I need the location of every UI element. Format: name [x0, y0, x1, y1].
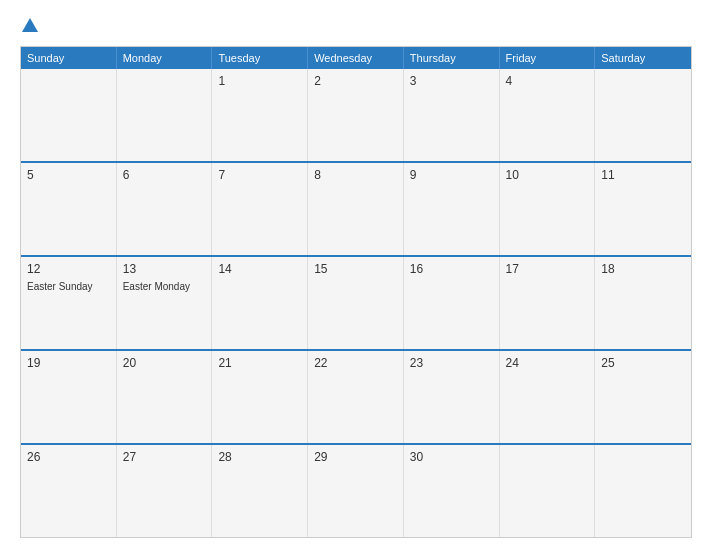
- day-number: 24: [506, 356, 589, 370]
- day-cell-w5-d1: 26: [21, 445, 117, 537]
- week-row-4: 19202122232425: [21, 349, 691, 443]
- day-cell-w4-d7: 25: [595, 351, 691, 443]
- week-row-3: 12Easter Sunday13Easter Monday1415161718: [21, 255, 691, 349]
- day-number: 9: [410, 168, 493, 182]
- day-number: 23: [410, 356, 493, 370]
- day-cell-w5-d5: 30: [404, 445, 500, 537]
- day-number: 29: [314, 450, 397, 464]
- calendar-page: Sunday Monday Tuesday Wednesday Thursday…: [0, 0, 712, 550]
- day-cell-w2-d3: 7: [212, 163, 308, 255]
- day-number: 26: [27, 450, 110, 464]
- day-cell-w5-d4: 29: [308, 445, 404, 537]
- day-event: Easter Sunday: [27, 280, 110, 293]
- day-cell-w4-d1: 19: [21, 351, 117, 443]
- day-cell-w3-d1: 12Easter Sunday: [21, 257, 117, 349]
- weeks-container: 123456789101112Easter Sunday13Easter Mon…: [21, 69, 691, 537]
- day-cell-w4-d2: 20: [117, 351, 213, 443]
- day-number: 10: [506, 168, 589, 182]
- day-cell-w4-d6: 24: [500, 351, 596, 443]
- header-tuesday: Tuesday: [212, 47, 308, 69]
- day-number: 6: [123, 168, 206, 182]
- day-number: 25: [601, 356, 685, 370]
- day-cell-w1-d4: 2: [308, 69, 404, 161]
- day-cell-w1-d5: 3: [404, 69, 500, 161]
- day-cell-w1-d3: 1: [212, 69, 308, 161]
- day-number: 19: [27, 356, 110, 370]
- header-friday: Friday: [500, 47, 596, 69]
- day-cell-w5-d2: 27: [117, 445, 213, 537]
- day-cell-w2-d6: 10: [500, 163, 596, 255]
- day-cell-w3-d7: 18: [595, 257, 691, 349]
- day-cell-w4-d3: 21: [212, 351, 308, 443]
- day-number: 3: [410, 74, 493, 88]
- week-row-1: 1234: [21, 69, 691, 161]
- day-cell-w5-d7: [595, 445, 691, 537]
- day-number: 4: [506, 74, 589, 88]
- header-wednesday: Wednesday: [308, 47, 404, 69]
- day-cell-w2-d2: 6: [117, 163, 213, 255]
- week-row-5: 2627282930: [21, 443, 691, 537]
- day-cell-w2-d1: 5: [21, 163, 117, 255]
- day-cell-w5-d6: [500, 445, 596, 537]
- week-row-2: 567891011: [21, 161, 691, 255]
- day-number: 30: [410, 450, 493, 464]
- day-cell-w3-d6: 17: [500, 257, 596, 349]
- day-cell-w2-d5: 9: [404, 163, 500, 255]
- day-cell-w3-d3: 14: [212, 257, 308, 349]
- logo: [20, 18, 38, 34]
- day-number: 7: [218, 168, 301, 182]
- day-number: 13: [123, 262, 206, 276]
- day-headers-row: Sunday Monday Tuesday Wednesday Thursday…: [21, 47, 691, 69]
- day-number: 28: [218, 450, 301, 464]
- day-cell-w3-d2: 13Easter Monday: [117, 257, 213, 349]
- header-thursday: Thursday: [404, 47, 500, 69]
- day-number: 12: [27, 262, 110, 276]
- day-cell-w1-d7: [595, 69, 691, 161]
- day-cell-w4-d4: 22: [308, 351, 404, 443]
- header: [20, 18, 692, 34]
- day-cell-w1-d6: 4: [500, 69, 596, 161]
- day-number: 14: [218, 262, 301, 276]
- logo-triangle-icon: [22, 18, 38, 32]
- day-cell-w4-d5: 23: [404, 351, 500, 443]
- day-number: 15: [314, 262, 397, 276]
- day-cell-w5-d3: 28: [212, 445, 308, 537]
- header-saturday: Saturday: [595, 47, 691, 69]
- header-monday: Monday: [117, 47, 213, 69]
- day-number: 20: [123, 356, 206, 370]
- day-cell-w3-d5: 16: [404, 257, 500, 349]
- day-number: 8: [314, 168, 397, 182]
- header-sunday: Sunday: [21, 47, 117, 69]
- day-number: 27: [123, 450, 206, 464]
- day-number: 16: [410, 262, 493, 276]
- day-cell-w2-d4: 8: [308, 163, 404, 255]
- day-event: Easter Monday: [123, 280, 206, 293]
- day-number: 21: [218, 356, 301, 370]
- day-number: 1: [218, 74, 301, 88]
- day-number: 17: [506, 262, 589, 276]
- day-number: 22: [314, 356, 397, 370]
- day-number: 5: [27, 168, 110, 182]
- day-cell-w2-d7: 11: [595, 163, 691, 255]
- day-cell-w3-d4: 15: [308, 257, 404, 349]
- day-cell-w1-d2: [117, 69, 213, 161]
- day-number: 2: [314, 74, 397, 88]
- calendar-grid: Sunday Monday Tuesday Wednesday Thursday…: [20, 46, 692, 538]
- day-cell-w1-d1: [21, 69, 117, 161]
- day-number: 18: [601, 262, 685, 276]
- day-number: 11: [601, 168, 685, 182]
